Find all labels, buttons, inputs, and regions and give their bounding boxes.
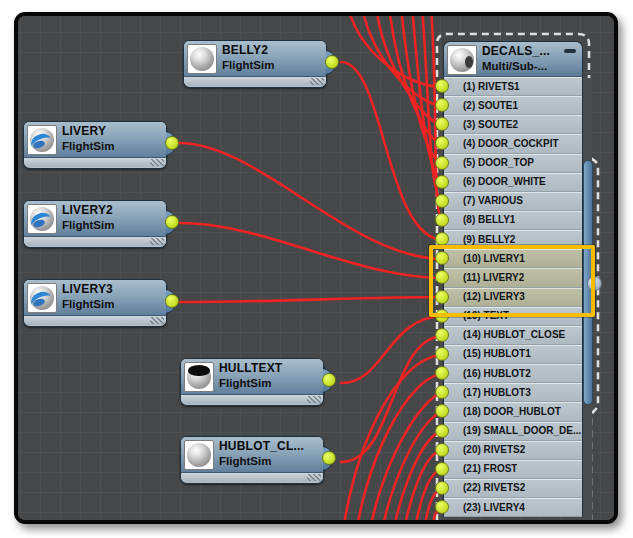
node-canvas[interactable]: BELLY2 FlightSim LIVERY FlightSim LIVERY… (14, 12, 618, 524)
input-socket-icon[interactable] (435, 136, 449, 150)
input-socket-icon[interactable] (435, 79, 449, 93)
resize-grip-icon[interactable] (310, 78, 324, 85)
material-sphere-icon (27, 283, 57, 313)
slot-highlight-box (429, 245, 595, 317)
node-footer (181, 473, 323, 482)
slot-row[interactable]: (23) LIVERY4 (444, 498, 582, 517)
output-socket-icon[interactable] (165, 294, 179, 308)
resize-grip-icon[interactable] (150, 238, 164, 245)
slot-label: (17) HUBLOT3 (463, 387, 531, 398)
node-subtitle: FlightSim (62, 140, 114, 152)
node-footer (184, 77, 326, 86)
node-header[interactable]: LIVERY3 FlightSim (24, 280, 166, 316)
slot-label: (23) LIVERY4 (463, 502, 525, 513)
slot-row[interactable]: (1) RIVETS1 (444, 77, 582, 96)
input-socket-icon[interactable] (435, 328, 449, 342)
output-socket-icon[interactable] (322, 373, 336, 387)
slot-row[interactable]: (20) RIVETS2 (444, 441, 582, 460)
material-node-livery[interactable]: LIVERY FlightSim (23, 121, 167, 169)
node-footer (24, 237, 166, 246)
material-node-hulltext[interactable]: HULLTEXT FlightSim (180, 358, 324, 406)
resize-grip-icon[interactable] (307, 474, 321, 481)
input-socket-icon[interactable] (435, 500, 449, 514)
slot-row[interactable]: (3) SOUTE2 (444, 115, 582, 134)
node-subtitle: FlightSim (219, 455, 271, 467)
slot-row[interactable]: (4) DOOR_COCKPIT (444, 134, 582, 153)
slot-row[interactable]: (8) BELLY1 (444, 211, 582, 230)
material-node-livery2[interactable]: LIVERY2 FlightSim (23, 200, 167, 248)
slot-row[interactable]: (5) DOOR_TOP (444, 154, 582, 173)
slot-row[interactable]: (15) HUBLOT1 (444, 345, 582, 364)
slot-row[interactable]: (22) RIVETS2 (444, 479, 582, 498)
output-socket-icon[interactable] (165, 215, 179, 229)
input-socket-icon[interactable] (435, 175, 449, 189)
schematic-viewport[interactable]: BELLY2 FlightSim LIVERY FlightSim LIVERY… (14, 12, 618, 524)
node-header[interactable]: HULLTEXT FlightSim (181, 359, 323, 395)
slot-label: (2) SOUTE1 (463, 100, 518, 111)
resize-grip-icon[interactable] (307, 396, 321, 403)
slot-row[interactable]: (16) HUBLOT2 (444, 364, 582, 383)
output-socket-icon[interactable] (165, 136, 179, 150)
slot-label: (20) RIVETS2 (463, 444, 525, 455)
input-socket-icon[interactable] (435, 117, 449, 131)
slot-label: (8) BELLY1 (463, 214, 515, 225)
slot-label: (22) RIVETS2 (463, 482, 525, 493)
material-sphere-icon (27, 204, 57, 234)
slot-label: (21) FROST (463, 463, 517, 474)
input-socket-icon[interactable] (435, 424, 449, 438)
input-socket-icon[interactable] (435, 156, 449, 170)
node-header[interactable]: DECALS_... Multi/Sub-... (443, 41, 583, 77)
node-subtitle: FlightSim (62, 219, 114, 231)
node-title: LIVERY2 (62, 203, 113, 217)
slot-label: (4) DOOR_COCKPIT (463, 138, 559, 149)
input-socket-icon[interactable] (435, 462, 449, 476)
output-socket-icon[interactable] (325, 55, 339, 69)
node-title: HUBLOT_CL... (219, 439, 304, 453)
node-header[interactable]: LIVERY2 FlightSim (24, 201, 166, 237)
material-node-hublot-close[interactable]: HUBLOT_CL... FlightSim (180, 436, 324, 484)
input-socket-icon[interactable] (435, 481, 449, 495)
slot-row[interactable]: (19) SMALL_DOOR_DE... (444, 422, 582, 441)
node-title: DECALS_... (482, 44, 550, 58)
node-header[interactable]: HUBLOT_CL... FlightSim (181, 437, 323, 473)
input-socket-icon[interactable] (435, 213, 449, 227)
input-socket-icon[interactable] (435, 366, 449, 380)
input-socket-icon[interactable] (435, 98, 449, 112)
input-socket-icon[interactable] (435, 404, 449, 418)
input-socket-icon[interactable] (435, 443, 449, 457)
slot-row[interactable]: (18) DOOR_HUBLOT (444, 402, 582, 421)
slot-row[interactable]: (6) DOOR_WHITE (444, 173, 582, 192)
slot-row[interactable]: (2) SOUTE1 (444, 96, 582, 115)
material-node-belly2[interactable]: BELLY2 FlightSim (183, 40, 327, 88)
material-sphere-icon (27, 125, 57, 155)
node-subtitle: FlightSim (219, 377, 271, 389)
slot-label: (16) HUBLOT2 (463, 368, 531, 379)
slot-row[interactable]: (17) HUBLOT3 (444, 383, 582, 402)
input-socket-icon[interactable] (435, 347, 449, 361)
node-footer (181, 395, 323, 404)
node-header[interactable]: BELLY2 FlightSim (184, 41, 326, 77)
slot-row[interactable]: (7) VARIOUS (444, 192, 582, 211)
slot-label: (1) RIVETS1 (463, 81, 520, 92)
node-footer (24, 316, 166, 325)
resize-grip-icon[interactable] (150, 317, 164, 324)
node-title: LIVERY3 (62, 282, 113, 296)
collapse-minus-icon[interactable] (564, 49, 576, 53)
input-socket-icon[interactable] (435, 385, 449, 399)
slot-label: (15) HUBLOT1 (463, 348, 531, 359)
material-node-livery3[interactable]: LIVERY3 FlightSim (23, 279, 167, 327)
node-footer (24, 158, 166, 167)
slot-row[interactable]: (14) HUBLOT_CLOSE (444, 326, 582, 345)
slot-row[interactable]: (21) FROST (444, 460, 582, 479)
slot-label: (5) DOOR_TOP (463, 157, 534, 168)
slot-label: (7) VARIOUS (463, 195, 523, 206)
node-title: LIVERY (62, 124, 106, 138)
output-socket-icon[interactable] (322, 451, 336, 465)
wire (180, 223, 444, 278)
node-header[interactable]: LIVERY FlightSim (24, 122, 166, 158)
slot-label: (14) HUBLOT_CLOSE (463, 329, 565, 340)
node-subtitle: Multi/Sub-... (482, 60, 547, 72)
resize-grip-icon[interactable] (150, 159, 164, 166)
input-socket-icon[interactable] (435, 194, 449, 208)
node-subtitle: FlightSim (62, 298, 114, 310)
